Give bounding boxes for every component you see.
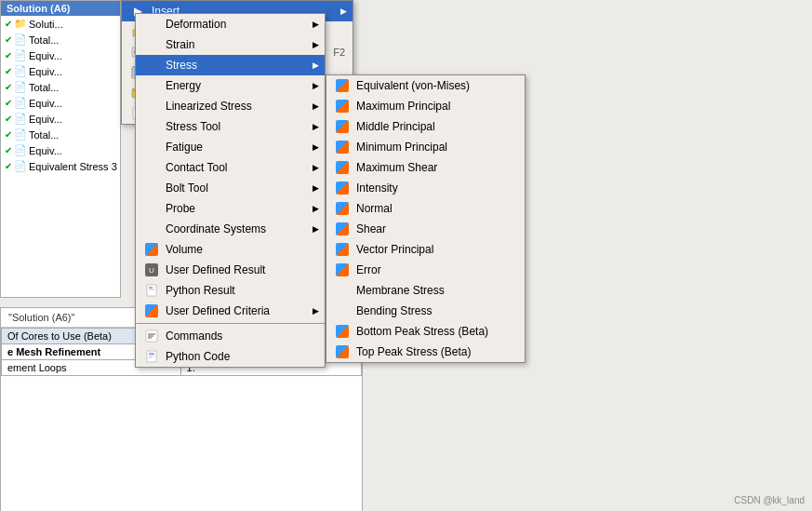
menu-item-label: Vector Principal xyxy=(356,243,433,256)
menu-item-shear[interactable]: Shear xyxy=(326,219,525,239)
check-icon: ✔ xyxy=(5,98,12,108)
menu-item-strain[interactable]: Strain xyxy=(136,34,325,55)
menu-item-label: Middle Principal xyxy=(356,120,435,133)
folder-icon: 📄 xyxy=(14,65,27,77)
max-principal-icon xyxy=(334,99,351,114)
menu-item-label: Shear xyxy=(356,222,386,235)
menu-item-linearized-stress[interactable]: Linearized Stress xyxy=(136,96,325,116)
menu-item-label: Linearized Stress xyxy=(166,100,252,113)
menu-item-bolt-tool[interactable]: Bolt Tool xyxy=(136,178,325,198)
menu-item-intensity[interactable]: Intensity xyxy=(326,178,525,198)
tree-item-label: Equiv... xyxy=(29,145,62,156)
menu-item-label: Bending Stress xyxy=(356,304,432,317)
menu-item-normal[interactable]: Normal xyxy=(326,198,525,219)
bolt-tool-icon xyxy=(143,181,160,195)
menu-item-membrane-stress[interactable]: Membrane Stress xyxy=(326,280,525,301)
fatigue-icon xyxy=(143,140,160,155)
menu-item-bottom-peak[interactable]: Bottom Peak Stress (Beta) xyxy=(326,321,525,342)
menu-item-coordinate-systems[interactable]: Coordinate Systems xyxy=(136,219,325,239)
bottom-peak-icon xyxy=(334,324,351,339)
watermark-text: CSDN @kk_land xyxy=(734,495,805,505)
stress-tool-icon xyxy=(143,119,160,134)
check-icon: ✔ xyxy=(5,50,12,61)
folder-icon: 📄 xyxy=(14,81,27,93)
tree-item[interactable]: ✔ 📄 Total... xyxy=(1,32,120,47)
menu-item-min-principal[interactable]: Minimum Principal xyxy=(326,137,525,157)
tree-item-label: Soluti... xyxy=(29,19,63,30)
menu-item-error[interactable]: Error xyxy=(326,260,525,280)
menu-item-energy[interactable]: Energy xyxy=(136,75,325,96)
menu-item-stress[interactable]: Stress xyxy=(136,55,325,75)
folder-icon: 📄 xyxy=(14,160,27,172)
tree-item[interactable]: ✔ 📁 Soluti... xyxy=(1,16,120,32)
check-icon: ✔ xyxy=(5,34,12,45)
tree-item[interactable]: ✔ 📄 Equiv... xyxy=(1,63,120,79)
menu-item-label: Fatigue xyxy=(166,141,203,154)
vector-principal-icon xyxy=(334,242,351,257)
menu-item-bending-stress[interactable]: Bending Stress xyxy=(326,301,525,321)
tree-item[interactable]: ✔ 📄 Equiv... xyxy=(1,95,120,111)
commands-icon xyxy=(143,329,160,343)
tree-item[interactable]: ✔ 📄 Total... xyxy=(1,127,120,142)
menu-item-python-result[interactable]: Python Result xyxy=(136,280,325,301)
linearized-stress-icon xyxy=(143,99,160,114)
menu-item-label: Python Result xyxy=(166,284,235,297)
menu-item-stress-tool[interactable]: Stress Tool xyxy=(136,116,325,137)
tree-panel: Solution (A6) ✔ 📁 Soluti... ✔ 📄 Total...… xyxy=(0,0,121,298)
menu-item-equivalent[interactable]: Equivalent (von-Mises) xyxy=(326,75,525,96)
bending-icon xyxy=(334,303,351,318)
menu-item-max-principal[interactable]: Maximum Principal xyxy=(326,96,525,116)
menu-item-user-defined-result[interactable]: U User Defined Result xyxy=(136,260,325,280)
tree-item[interactable]: ✔ 📄 Equivalent Stress 3 xyxy=(1,158,120,174)
menu-item-middle-principal[interactable]: Middle Principal xyxy=(326,116,525,137)
menu-item-label: Probe xyxy=(166,202,195,215)
menu-item-user-defined-criteria[interactable]: User Defined Criteria xyxy=(136,301,325,321)
check-icon: ✔ xyxy=(5,129,12,140)
tree-item-label: Equivalent Stress 3 xyxy=(29,161,117,172)
menu-item-label: Maximum Principal xyxy=(356,100,450,113)
menu-item-max-shear[interactable]: Maximum Shear xyxy=(326,157,525,178)
menu-item-fatigue[interactable]: Fatigue xyxy=(136,137,325,157)
menu-item-label: User Defined Criteria xyxy=(166,304,270,317)
tree-item[interactable]: ✔ 📄 Equiv... xyxy=(1,111,120,127)
intensity-icon xyxy=(334,181,351,195)
menu-item-probe[interactable]: Probe xyxy=(136,198,325,219)
menu-item-python-code[interactable]: Python Code xyxy=(136,346,325,367)
menu-separator xyxy=(136,323,325,324)
equiv-icon xyxy=(334,78,351,93)
python-result-icon xyxy=(143,283,160,298)
menu-item-label: User Defined Result xyxy=(166,263,265,276)
menu-item-label: Commands xyxy=(166,329,222,343)
folder-icon: 📄 xyxy=(14,113,27,125)
menu-item-vector-principal[interactable]: Vector Principal xyxy=(326,239,525,260)
folder-icon: 📄 xyxy=(14,144,27,156)
tree-item[interactable]: ✔ 📄 Equiv... xyxy=(1,47,120,63)
menu-item-label: Equivalent (von-Mises) xyxy=(356,79,470,92)
middle-principal-icon xyxy=(334,119,351,134)
menu-item-label: Stress xyxy=(166,59,197,72)
menu-item-label: Top Peak Stress (Beta) xyxy=(356,345,471,358)
context-menu-stress: Equivalent (von-Mises) Maximum Principal… xyxy=(326,74,526,363)
normal-icon xyxy=(334,201,351,216)
menu-item-volume[interactable]: Volume xyxy=(136,239,325,260)
stress-icon xyxy=(143,58,160,73)
min-principal-icon xyxy=(334,140,351,155)
check-icon: ✔ xyxy=(5,82,12,92)
menu-item-deformation[interactable]: Deformation xyxy=(136,14,325,34)
user-result-icon: U xyxy=(143,262,160,277)
menu-item-top-peak[interactable]: Top Peak Stress (Beta) xyxy=(326,342,525,362)
svg-rect-12 xyxy=(147,285,156,296)
tree-item[interactable]: ✔ 📄 Equiv... xyxy=(1,142,120,158)
menu-item-label: Strain xyxy=(166,38,194,51)
tree-item-label: Total... xyxy=(29,34,59,46)
check-icon: ✔ xyxy=(5,114,12,124)
menu-item-label: Coordinate Systems xyxy=(166,222,266,235)
tree-item[interactable]: ✔ 📄 Total... xyxy=(1,79,120,95)
check-icon: ✔ xyxy=(5,145,12,155)
check-icon: ✔ xyxy=(5,66,12,76)
menu-item-contact-tool[interactable]: Contact Tool xyxy=(136,157,325,178)
menu-item-label: Stress Tool xyxy=(166,120,220,133)
python-code-icon xyxy=(143,349,160,364)
menu-item-commands[interactable]: Commands xyxy=(136,326,325,346)
menu-item-label: Volume xyxy=(166,243,203,256)
